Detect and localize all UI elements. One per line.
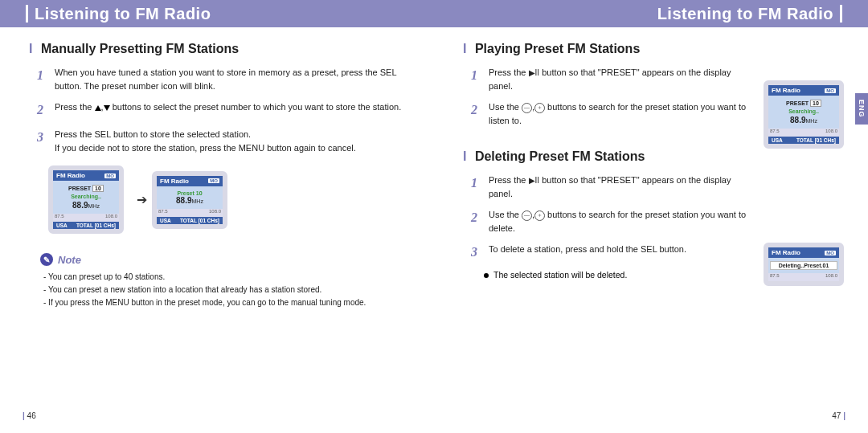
device-screenshot-1: FM RadioMO PRESET10 Searching.. 88.9 MHz… (48, 165, 124, 234)
section-deleting-title: I Deleting Preset FM Stations (463, 149, 780, 164)
dev-mo-badge: MO (825, 251, 836, 255)
step-1: 1 Press the ▶II button so that "PRESET" … (471, 174, 747, 200)
dev-tick-l: 87.5 (770, 129, 780, 133)
dev-mhz: MHz (806, 118, 817, 124)
dev-title: FM Radio (160, 178, 189, 185)
step-text-a: Press the (489, 67, 529, 77)
language-tab: ENG (855, 93, 868, 125)
step-number: 3 (37, 128, 51, 154)
dev-preset-num: 10 (810, 100, 821, 107)
dev-freq: 88.9 (790, 116, 805, 125)
step-text: Press the ▶II button so that "PRESET" ap… (489, 174, 747, 200)
step-text: When you have tuned a station you want t… (55, 66, 402, 92)
bullet-icon (484, 273, 489, 278)
device-figure-deleting: FM RadioMO Deleting..Preset.01 87.5108.0 (764, 243, 844, 286)
dev-tick-r: 108.0 (105, 214, 117, 219)
dev-tick-l: 87.5 (770, 273, 780, 278)
header-accent-bar (26, 5, 28, 22)
steps-manual-preset: 1 When you have tuned a station you want… (37, 66, 402, 154)
arrow-right-icon: ➔ (137, 192, 147, 207)
dev-region: USA (160, 218, 171, 223)
dev-tick-l: 87.5 (55, 214, 64, 219)
step-number: 2 (471, 100, 485, 127)
dev-freq: 88.9 (176, 196, 191, 205)
dev-region: USA (56, 223, 68, 228)
dev-title: FM Radio (56, 172, 85, 179)
step-2: 2 Press the , buttons to select the pres… (37, 100, 402, 120)
step3-sub: If you decide not to store the station, … (55, 143, 356, 153)
dev-deleting-strip: Deleting..Preset.01 (770, 261, 837, 270)
page-spread: Listening to FM Radio I Manually Presett… (0, 0, 868, 433)
step3-main: Press the SEL button to store the select… (55, 129, 251, 139)
step-text-a: Use the (489, 210, 522, 219)
dev-preset-label: PRESET (68, 186, 91, 191)
step-3: 3 Press the SEL button to store the sele… (37, 128, 402, 154)
header-left-title: Listening to FM Radio (35, 5, 211, 23)
step-1: 1 When you have tuned a station you want… (37, 66, 402, 92)
section-title-text: Deleting Preset FM Stations (475, 149, 645, 163)
step-text: Press the , buttons to select the preset… (55, 100, 402, 120)
step-number: 2 (37, 100, 51, 120)
note-item: If you press the MENU button in the pres… (43, 296, 434, 309)
note-header: ✎ Note (40, 253, 434, 266)
step-number: 2 (471, 208, 485, 235)
dev-total: TOTAL [01 CHs] (76, 223, 116, 228)
bullet-text: The selected station will be deleted. (493, 270, 627, 280)
down-arrow-icon (104, 105, 110, 111)
note-item: You can preset a new station into a loca… (43, 284, 434, 296)
delete-bullet: The selected station will be deleted. (484, 270, 780, 280)
minus-button-icon: — (522, 103, 532, 113)
page-right: Listening to FM Radio ENG FM RadioMO PRE… (434, 0, 868, 433)
step-3: 3 To delete a station, press and hold th… (471, 243, 747, 262)
dev-tick-r: 108.0 (209, 209, 221, 214)
dev-freq: 88.9 (72, 201, 88, 210)
step-text: Use the —,＋ buttons to search for the pr… (489, 100, 747, 127)
dev-preset-label: PRESET (786, 100, 809, 106)
dev-preset10: Preset 10 (160, 190, 219, 196)
header-right-title: Listening to FM Radio (657, 5, 833, 23)
device-figure-row: FM RadioMO PRESET10 Searching.. 88.9 MHz… (48, 165, 434, 234)
step-text-a: Press the (55, 102, 95, 112)
steps-deleting: 1 Press the ▶II button so that "PRESET" … (471, 174, 747, 262)
dev-tick-r: 108.0 (825, 273, 837, 278)
dev-mo-badge: MO (104, 174, 116, 178)
device-figure-playing: FM RadioMO PRESET10 Searching.. 88.9 MHz… (764, 80, 844, 149)
header-right: Listening to FM Radio (434, 0, 868, 27)
section-title-text: Manually Presetting FM Stations (41, 42, 239, 55)
page-number-left: | 46 (23, 411, 36, 420)
steps-playing: 1 Press the ▶II button so that "PRESET" … (471, 66, 747, 127)
header-left: Listening to FM Radio (0, 0, 434, 27)
step-text: To delete a station, press and hold the … (489, 243, 747, 262)
dev-tick-r: 108.0 (825, 129, 837, 133)
plus-button-icon: ＋ (534, 210, 545, 221)
dev-mhz: MHz (88, 203, 100, 209)
header-accent-bar (840, 5, 842, 22)
step-text: Use the —,＋ buttons to search for the pr… (489, 208, 747, 235)
play-pause-icon: ▶II (529, 68, 540, 77)
step-number: 1 (471, 174, 485, 200)
dev-total: TOTAL [01 CHs] (180, 218, 219, 223)
dev-preset-num: 10 (92, 185, 104, 192)
page-number-right: 47 | (832, 411, 845, 420)
dev-searching: Searching.. (56, 194, 116, 199)
dev-title: FM Radio (772, 249, 800, 256)
up-arrow-icon (95, 105, 101, 111)
step-number: 3 (471, 243, 485, 262)
dev-title: FM Radio (772, 87, 800, 94)
step-text: Press the ▶II button so that "PRESET" ap… (489, 66, 747, 92)
dev-searching: Searching.. (772, 108, 836, 114)
section-tick-icon: I (463, 149, 466, 163)
note-item: You can preset up to 40 stations. (43, 271, 434, 284)
section-title-text: Playing Preset FM Stations (475, 42, 640, 55)
step-text-a: Press the (489, 175, 529, 185)
dev-total: TOTAL [01 CHs] (796, 137, 836, 143)
section-manual-preset-title: I Manually Presetting FM Stations (29, 42, 434, 56)
plus-button-icon: ＋ (534, 103, 545, 113)
device-screenshot-2: FM RadioMO Preset 10 88.9 MHz 87.5108.0 … (152, 171, 227, 229)
dev-mhz: MHz (192, 198, 203, 204)
step-number: 1 (471, 66, 485, 92)
play-pause-icon: ▶II (529, 176, 540, 185)
page-num-value: 46 (27, 411, 36, 420)
step-text-a: Use the (489, 102, 522, 112)
note-label: Note (58, 254, 81, 266)
